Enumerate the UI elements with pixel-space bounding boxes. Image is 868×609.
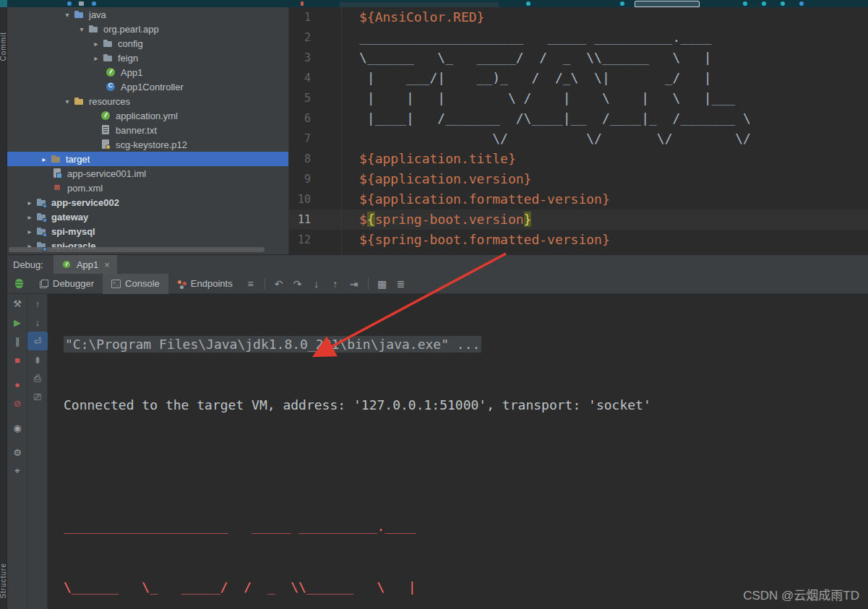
tab-debugger[interactable]: Debugger	[31, 274, 103, 294]
editor-line[interactable]: 9 ${application.version}	[289, 169, 868, 189]
tree-item-feign[interactable]: feign	[7, 51, 288, 65]
console-output[interactable]: "C:\Program Files\Java\jdk1.8.0_201\bin\…	[48, 294, 868, 609]
chevron-right-icon[interactable]	[24, 213, 35, 221]
pin-icon[interactable]: ⌖	[7, 462, 27, 480]
line-number: 4	[289, 68, 341, 88]
tree-item-java[interactable]: java	[7, 7, 288, 22]
code-text: | ___/| __)_ / /_\ \| _/ |	[341, 68, 712, 88]
toolbar-icon-sliver	[799, 1, 804, 6]
tree-item-application-yml[interactable]: application.yml	[7, 108, 288, 123]
editor-line[interactable]: 7 \/ \/ \/ \/	[289, 129, 868, 149]
tree-item-label: app-service001.iml	[67, 168, 146, 179]
chevron-down-icon[interactable]	[61, 98, 73, 105]
tree-item-label: banner.txt	[116, 125, 157, 136]
tree-item-config[interactable]: config	[7, 36, 288, 51]
tree-item-scg-keystore[interactable]: scg-keystore.p12	[7, 137, 288, 152]
view-breakpoints-icon[interactable]: ●	[7, 375, 27, 394]
up-stack-trace-icon[interactable]: ↑	[27, 294, 48, 313]
tree-item-target[interactable]: target	[7, 152, 288, 166]
line-number: 12	[289, 230, 341, 250]
tree-item-pom-xml[interactable]: pom.xml	[7, 181, 288, 195]
tree-item-resources[interactable]: resources	[7, 94, 288, 108]
code-text: | | | \ / | \ | \ |___	[341, 88, 735, 108]
package-icon	[102, 52, 113, 64]
tree-item-label: feign	[118, 53, 138, 64]
thread-dump-camera-icon[interactable]: ◉	[7, 418, 27, 437]
editor-line[interactable]: 1 ${AnsiColor.RED}	[289, 7, 868, 27]
toolbar-icon-sliver	[781, 1, 785, 6]
editor-line[interactable]: 10 ${application.formatted-version}	[289, 189, 868, 210]
toolbar-icon-sliver	[92, 1, 96, 6]
tree-item-app1[interactable]: App1	[7, 65, 288, 79]
editor-line-current[interactable]: 11 ${spring-boot.version}	[289, 210, 868, 230]
step-into-icon[interactable]: ↓	[307, 278, 326, 290]
ide-window: Commit Structure java org.pearl.app conf…	[0, 0, 868, 609]
editor-line[interactable]: 2 _____________________ _____ __________…	[289, 27, 868, 48]
show-execution-point-icon[interactable]: ↶	[270, 278, 288, 290]
tree-item-banner-txt[interactable]: banner.txt	[7, 123, 288, 137]
chevron-right-icon[interactable]	[90, 54, 102, 62]
console-line: "C:\Program Files\Java\jdk1.8.0_201\bin\…	[64, 334, 868, 355]
toolbar-icon-sliver	[620, 1, 624, 6]
tree-item-label: pom.xml	[67, 183, 103, 194]
stop-icon[interactable]: ■	[7, 350, 27, 369]
rerun-settings-icon[interactable]: ⚒	[7, 294, 27, 313]
step-over-icon[interactable]: ↷	[288, 278, 307, 290]
scroll-to-end-icon[interactable]: ⇟	[27, 350, 48, 369]
editor-line[interactable]: 5 | | | \ / | \ | \ |___	[289, 88, 868, 108]
print-icon[interactable]: ⎙	[27, 369, 48, 388]
endpoints-icon	[177, 280, 186, 288]
resume-icon[interactable]: ▶	[7, 313, 27, 332]
horizontal-scrollbar[interactable]	[9, 247, 265, 252]
layout-list-icon[interactable]: ≣	[392, 278, 411, 290]
run-to-cursor-icon[interactable]: ⇥	[345, 278, 364, 290]
tree-item-label: scg-keystore.p12	[116, 139, 187, 150]
debug-session-tab[interactable]: App1 ×	[53, 255, 117, 275]
resources-folder-icon	[73, 95, 85, 107]
tree-item-gateway[interactable]: gateway	[7, 210, 288, 224]
tree-item-spi-mysql[interactable]: spi-mysql	[7, 224, 288, 238]
console-line	[64, 456, 868, 476]
tree-item-org-pearl-app[interactable]: org.pearl.app	[7, 22, 288, 36]
tree-item-app1controller[interactable]: App1Controller	[7, 79, 288, 94]
options-menu-icon[interactable]: ≡	[241, 278, 260, 290]
matched-brace: {	[367, 212, 375, 227]
tab-endpoints[interactable]: Endpoints	[168, 274, 241, 294]
soft-wrap-icon[interactable]: ⏎	[27, 332, 48, 350]
chevron-down-icon[interactable]	[61, 11, 73, 19]
settings-gear-icon[interactable]: ⚙	[7, 443, 27, 462]
chevron-right-icon[interactable]	[38, 155, 50, 163]
mute-breakpoints-icon[interactable]: ⊘	[7, 394, 27, 413]
tree-item-app-service001-iml[interactable]: app-service001.iml	[7, 166, 288, 181]
layout-grid-icon[interactable]: ▦	[373, 278, 392, 290]
console-icon	[111, 280, 121, 288]
chevron-right-icon[interactable]	[24, 228, 35, 236]
tree-item-app-service002[interactable]: app-service002	[7, 195, 288, 210]
editor-line[interactable]: 8 ${application.title}	[289, 149, 868, 169]
line-number: 7	[289, 129, 341, 149]
chevron-right-icon[interactable]	[24, 199, 35, 207]
module-folder-icon	[35, 196, 47, 208]
step-out-icon[interactable]: ↑	[326, 278, 345, 290]
down-stack-trace-icon[interactable]: ↓	[27, 313, 48, 332]
tab-console[interactable]: Console	[103, 274, 168, 294]
tab-label: Endpoints	[191, 278, 233, 289]
class-icon	[105, 81, 116, 92]
chevron-right-icon[interactable]	[90, 40, 102, 48]
toolbar-icon-sliver	[67, 1, 72, 6]
clear-all-icon[interactable]: ⎚	[27, 388, 48, 407]
editor-line[interactable]: 12 ${spring-boot.formatted-version}	[289, 230, 868, 250]
editor-line[interactable]: 4 | ___/| __)_ / /_\ \| _/ |	[289, 68, 868, 88]
chevron-down-icon[interactable]	[76, 25, 87, 33]
package-icon	[102, 38, 113, 49]
pause-icon[interactable]: ∥	[7, 332, 27, 350]
debug-header: Debug: App1 ×	[7, 254, 868, 274]
code-editor[interactable]: 1 ${AnsiColor.RED} 2 ___________________…	[289, 7, 868, 254]
editor-line[interactable]: 6 |____| /_______ /\____|__ /____|_ /___…	[289, 108, 868, 129]
separator	[368, 278, 369, 290]
close-icon[interactable]: ×	[104, 259, 110, 270]
code-text: \______ \_ _____/ / _ \\______ \ |	[341, 48, 712, 68]
editor-line[interactable]: 3 \______ \_ _____/ / _ \\______ \ |	[289, 48, 868, 68]
excluded-folder-icon	[50, 153, 61, 165]
separator	[265, 278, 265, 290]
